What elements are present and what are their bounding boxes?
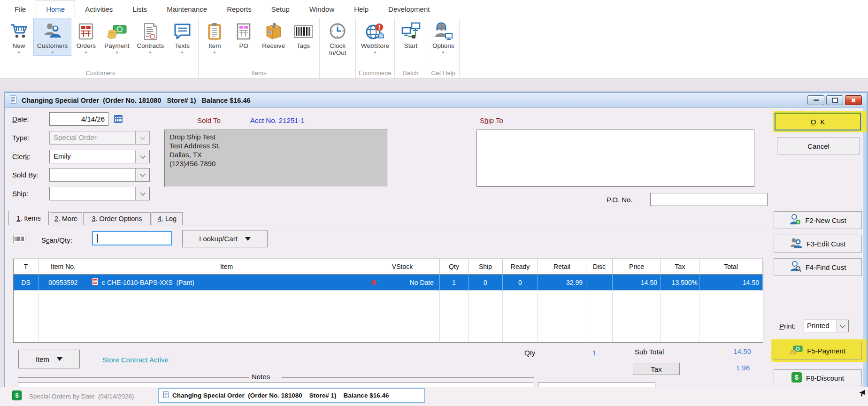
tab-order-options[interactable]: 3. Order Options: [83, 212, 151, 225]
menu-activities[interactable]: Activities: [75, 0, 123, 18]
table-header-cell[interactable]: VStock: [365, 259, 440, 275]
f3-edit-cust-button[interactable]: F3-Edit Cust: [774, 235, 862, 253]
f8-discount-button[interactable]: $ F8-Discount: [774, 369, 862, 386]
row-cell-retail[interactable]: 32.99: [538, 275, 586, 291]
row-cell-item[interactable]: c CHE-1010-BAPS-XXS (Pant): [88, 275, 365, 291]
ribbon-webstore-button[interactable]: WebStore: [357, 18, 393, 56]
clock-icon: [328, 21, 347, 42]
ribbon-receive-button[interactable]: Receive: [258, 18, 289, 56]
po-grid-icon: [236, 21, 252, 42]
ribbon-new-button[interactable]: New: [4, 18, 33, 56]
table-header-cell[interactable]: Tax: [661, 259, 699, 275]
calendar-icon[interactable]: [114, 115, 123, 125]
row-cell-tax[interactable]: 13.500%: [661, 275, 699, 291]
barcode-icon: [293, 21, 313, 42]
menu-file[interactable]: File: [5, 0, 36, 18]
f2-new-cust-button[interactable]: F2-New Cust: [774, 211, 862, 229]
ribbon-options-button[interactable]: Options: [429, 18, 458, 56]
sold-to-label: Sold To: [197, 116, 221, 124]
ribbon-texts-button[interactable]: Texts: [168, 18, 197, 56]
dropdown-arrow-icon[interactable]: [137, 49, 164, 55]
table-header-cell[interactable]: Price: [613, 259, 661, 275]
row-cell-ship[interactable]: 0: [469, 275, 503, 291]
cancel-button[interactable]: Cancel: [777, 138, 860, 154]
row-cell-type[interactable]: DS: [14, 275, 38, 291]
ribbon-item-button[interactable]: Item: [200, 18, 229, 56]
table-header-cell[interactable]: Ready: [503, 259, 538, 275]
chevron-down-icon[interactable]: [135, 169, 149, 181]
chevron-down-icon[interactable]: [135, 150, 149, 163]
po-no-field[interactable]: [650, 193, 768, 206]
row-cell-price[interactable]: 14.50: [613, 275, 661, 291]
close-button[interactable]: ✖: [845, 95, 862, 105]
text-caret: [97, 234, 98, 243]
ribbon-clock-button[interactable]: Clock In/Out: [321, 18, 354, 63]
acct-no-link[interactable]: Acct No. 21251-1: [250, 116, 305, 124]
dropdown-arrow-icon[interactable]: [361, 49, 389, 55]
dropdown-arrow-icon[interactable]: [37, 49, 68, 55]
ribbon-orders-button[interactable]: Orders: [71, 18, 100, 56]
scan-qty-input[interactable]: [92, 231, 172, 245]
sold-by-select[interactable]: [49, 168, 150, 182]
window-titlebar[interactable]: Changing Special Order (Order No. 181080…: [5, 93, 867, 108]
menu-help[interactable]: Help: [344, 0, 378, 18]
lookup-cart-button[interactable]: Lookup/Cart: [182, 230, 268, 247]
table-header-cell[interactable]: Disc: [586, 259, 613, 275]
dropdown-arrow-icon[interactable]: [204, 49, 225, 55]
orders-grid-icon: [77, 21, 94, 42]
ribbon-tags-button[interactable]: Tags: [289, 18, 318, 56]
row-cell-vstock[interactable]: ✖ No Date: [365, 275, 440, 291]
dropdown-triangle-icon: [57, 357, 62, 361]
table-header-cell[interactable]: Ship: [469, 259, 503, 275]
ribbon-payment-button[interactable]: Payment: [100, 18, 133, 56]
menu-lists[interactable]: Lists: [123, 0, 157, 18]
minimize-button[interactable]: [807, 95, 824, 105]
tab-items[interactable]: 1. Items: [8, 211, 49, 225]
dropdown-arrow-icon[interactable]: [75, 49, 97, 55]
menu-development[interactable]: Development: [378, 0, 439, 18]
date-field[interactable]: [49, 112, 108, 126]
row-cell-disc[interactable]: [586, 275, 613, 291]
ribbon-po-button[interactable]: PO: [229, 18, 258, 56]
table-header-cell[interactable]: Total: [699, 259, 763, 275]
table-header-cell[interactable]: Item No.: [38, 259, 88, 275]
dropdown-arrow-icon[interactable]: [171, 49, 193, 55]
contract-document-icon: [142, 21, 159, 42]
task-window-button[interactable]: Changing Special Order (Order No. 181080…: [158, 388, 425, 403]
table-header-cell[interactable]: T: [14, 259, 38, 275]
tab-log[interactable]: 4. Log: [152, 212, 183, 225]
item-menu-button[interactable]: Item: [18, 350, 80, 368]
table-header-cell[interactable]: Item: [88, 259, 365, 275]
table-header-cell[interactable]: Qty: [440, 259, 469, 275]
menu-home[interactable]: Home: [36, 0, 75, 18]
dropdown-arrow-icon[interactable]: [432, 49, 454, 55]
chevron-down-icon[interactable]: [837, 320, 848, 332]
f5-payment-button[interactable]: F5-Payment: [774, 342, 862, 360]
ribbon-contracts-button[interactable]: Contracts: [133, 18, 168, 56]
menu-setup[interactable]: Setup: [261, 0, 300, 18]
row-cell-total[interactable]: 14.50: [699, 275, 763, 291]
print-select[interactable]: Printed: [804, 320, 849, 332]
f4-find-cust-button[interactable]: F4-Find Cust: [774, 258, 862, 276]
dropdown-arrow-icon[interactable]: [8, 49, 30, 55]
chevron-down-icon[interactable]: [135, 187, 149, 200]
tab-more[interactable]: 2. More: [50, 212, 82, 225]
restore-button[interactable]: [826, 95, 843, 105]
tax-button[interactable]: Tax: [633, 363, 680, 375]
ship-select[interactable]: [49, 187, 150, 200]
clerk-select[interactable]: Emily: [49, 150, 150, 163]
row-cell-ready[interactable]: 0: [503, 275, 538, 291]
table-header-cell[interactable]: Retail: [538, 259, 586, 275]
tax-value: 1.96: [699, 364, 750, 372]
menu-window[interactable]: Window: [300, 0, 344, 18]
ribbon-start-button[interactable]: Start: [396, 18, 425, 56]
ship-to-address[interactable]: [476, 130, 754, 187]
row-cell-item-no[interactable]: 00953592: [38, 275, 88, 291]
ok-button[interactable]: OK: [775, 113, 861, 130]
ribbon-customers-button[interactable]: Customers: [33, 18, 71, 56]
dropdown-arrow-icon[interactable]: [104, 49, 129, 55]
type-select: Special Order: [49, 131, 150, 145]
menu-maintenance[interactable]: Maintenance: [157, 0, 217, 18]
row-cell-qty[interactable]: 1: [440, 275, 469, 291]
menu-reports[interactable]: Reports: [217, 0, 261, 18]
